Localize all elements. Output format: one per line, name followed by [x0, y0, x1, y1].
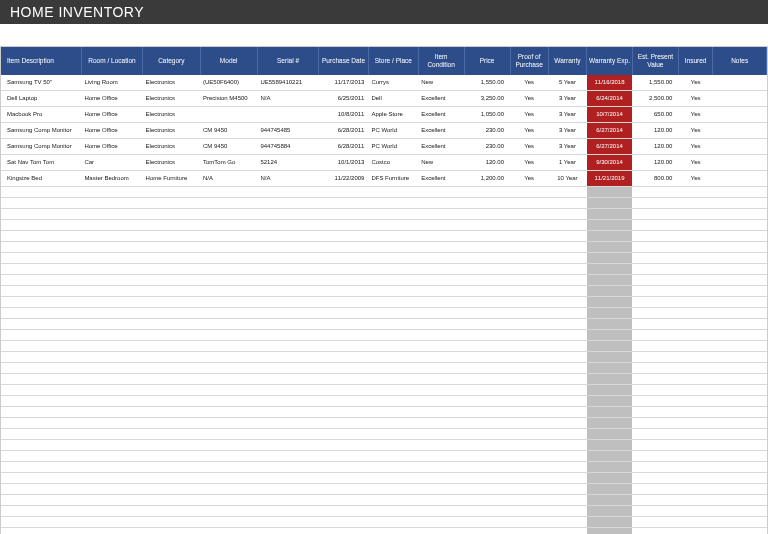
empty-cell[interactable] — [713, 330, 767, 341]
empty-cell[interactable] — [548, 363, 586, 374]
cell-cat[interactable]: Electronics — [143, 123, 200, 139]
cell-val[interactable]: 1,550.00 — [632, 75, 678, 91]
empty-cell[interactable] — [510, 297, 548, 308]
empty-cell[interactable] — [678, 418, 712, 429]
empty-cell[interactable] — [548, 242, 586, 253]
empty-cell[interactable] — [713, 308, 767, 319]
empty-cell[interactable] — [319, 209, 369, 220]
cell-model[interactable]: N/A — [200, 171, 257, 187]
empty-cell[interactable] — [713, 517, 767, 528]
empty-cell[interactable] — [143, 462, 200, 473]
cell-pdate[interactable]: 10/1/2013 — [319, 155, 369, 171]
empty-cell[interactable] — [418, 517, 464, 528]
empty-cell[interactable] — [257, 275, 318, 286]
empty-cell[interactable] — [418, 440, 464, 451]
empty-cell[interactable] — [81, 341, 142, 352]
empty-cell[interactable] — [632, 242, 678, 253]
empty-cell[interactable] — [143, 341, 200, 352]
empty-cell[interactable] — [632, 352, 678, 363]
empty-cell[interactable] — [548, 451, 586, 462]
empty-cell[interactable] — [319, 286, 369, 297]
empty-cell[interactable] — [368, 242, 418, 253]
empty-cell[interactable] — [319, 374, 369, 385]
empty-cell[interactable] — [368, 407, 418, 418]
empty-cell[interactable] — [678, 264, 712, 275]
empty-cell[interactable] — [548, 253, 586, 264]
empty-cell[interactable] — [464, 264, 510, 275]
empty-cell[interactable] — [678, 253, 712, 264]
empty-cell[interactable] — [368, 352, 418, 363]
empty-cell[interactable] — [548, 198, 586, 209]
cell-room[interactable]: Home Office — [81, 107, 142, 123]
empty-cell[interactable] — [418, 473, 464, 484]
empty-cell[interactable] — [319, 440, 369, 451]
empty-cell[interactable] — [713, 253, 767, 264]
empty-cell[interactable] — [257, 374, 318, 385]
empty-cell[interactable] — [257, 517, 318, 528]
empty-cell[interactable] — [368, 396, 418, 407]
empty-cell[interactable] — [587, 220, 633, 231]
empty-cell[interactable] — [200, 242, 257, 253]
empty-cell[interactable] — [464, 198, 510, 209]
empty-cell[interactable] — [548, 396, 586, 407]
cell-pdate[interactable]: 11/17/2013 — [319, 75, 369, 91]
empty-cell[interactable] — [257, 341, 318, 352]
empty-cell[interactable] — [143, 385, 200, 396]
empty-cell[interactable] — [464, 451, 510, 462]
cell-model[interactable]: CM 9450 — [200, 123, 257, 139]
empty-cell[interactable] — [713, 418, 767, 429]
cell-proof[interactable]: Yes — [510, 139, 548, 155]
empty-cell[interactable] — [418, 484, 464, 495]
col-header[interactable]: Price — [464, 47, 510, 75]
empty-cell[interactable] — [632, 374, 678, 385]
empty-cell[interactable] — [464, 308, 510, 319]
empty-cell[interactable] — [587, 528, 633, 535]
empty-cell[interactable] — [678, 385, 712, 396]
empty-cell[interactable] — [713, 187, 767, 198]
empty-cell[interactable] — [510, 253, 548, 264]
empty-cell[interactable] — [319, 187, 369, 198]
empty-cell[interactable] — [418, 418, 464, 429]
empty-cell[interactable] — [257, 220, 318, 231]
empty-cell[interactable] — [1, 231, 81, 242]
empty-cell[interactable] — [587, 517, 633, 528]
empty-cell[interactable] — [143, 297, 200, 308]
empty-cell[interactable] — [510, 308, 548, 319]
empty-cell[interactable] — [368, 517, 418, 528]
empty-cell[interactable] — [1, 528, 81, 535]
empty-cell[interactable] — [587, 363, 633, 374]
cell-wexp[interactable]: 11/16/2018 — [587, 75, 633, 91]
empty-cell[interactable] — [678, 231, 712, 242]
cell-wexp[interactable]: 6/27/2014 — [587, 123, 633, 139]
empty-cell[interactable] — [200, 418, 257, 429]
empty-cell[interactable] — [81, 363, 142, 374]
empty-cell[interactable] — [143, 429, 200, 440]
cell-desc[interactable]: Macbook Pro — [1, 107, 81, 123]
empty-cell[interactable] — [632, 264, 678, 275]
cell-ins[interactable]: Yes — [678, 155, 712, 171]
empty-cell[interactable] — [368, 484, 418, 495]
empty-cell[interactable] — [632, 308, 678, 319]
empty-cell[interactable] — [81, 407, 142, 418]
empty-cell[interactable] — [418, 187, 464, 198]
empty-cell[interactable] — [368, 341, 418, 352]
empty-cell[interactable] — [632, 363, 678, 374]
empty-cell[interactable] — [81, 264, 142, 275]
empty-cell[interactable] — [368, 528, 418, 535]
empty-cell[interactable] — [81, 187, 142, 198]
empty-cell[interactable] — [319, 462, 369, 473]
empty-cell[interactable] — [464, 319, 510, 330]
empty-cell[interactable] — [632, 209, 678, 220]
empty-cell[interactable] — [510, 385, 548, 396]
empty-cell[interactable] — [1, 264, 81, 275]
empty-cell[interactable] — [368, 275, 418, 286]
empty-cell[interactable] — [143, 264, 200, 275]
empty-cell[interactable] — [1, 429, 81, 440]
empty-cell[interactable] — [464, 517, 510, 528]
empty-cell[interactable] — [368, 209, 418, 220]
empty-cell[interactable] — [368, 253, 418, 264]
empty-cell[interactable] — [548, 495, 586, 506]
empty-cell[interactable] — [548, 473, 586, 484]
empty-cell[interactable] — [678, 187, 712, 198]
empty-cell[interactable] — [548, 407, 586, 418]
